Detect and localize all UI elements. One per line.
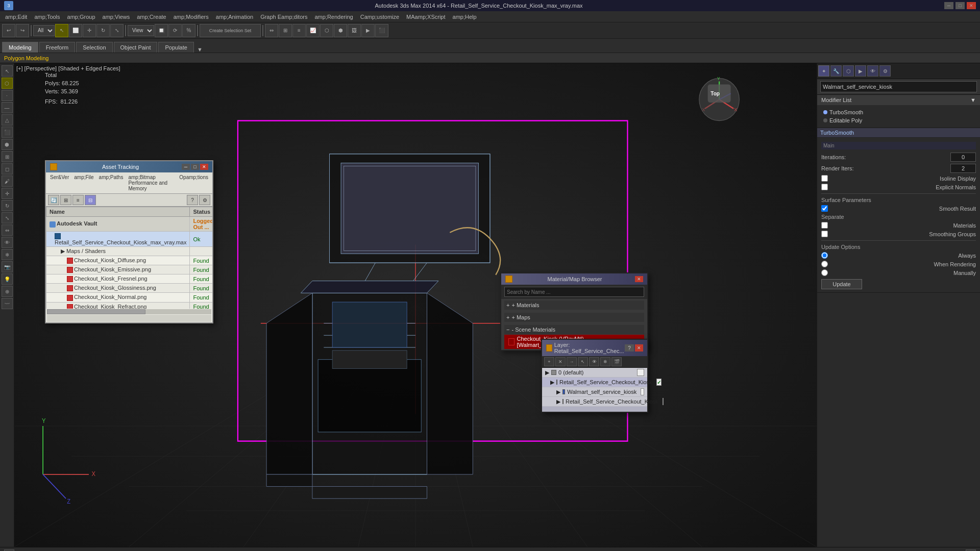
asset-hscroll[interactable] bbox=[47, 309, 211, 314]
scale-tool[interactable]: ⤡ bbox=[110, 24, 124, 37]
table-row[interactable]: Checkout_Kiosk_Refract.png Found bbox=[46, 302, 213, 309]
edge-tool[interactable]: — bbox=[2, 102, 13, 113]
asset-menu-paths[interactable]: amp;Paths bbox=[97, 173, 126, 192]
redo-tool[interactable]: ↪ bbox=[16, 24, 29, 37]
table-row[interactable]: Checkout_Kiosk_Normal.png Found bbox=[46, 293, 213, 302]
spacewarp-tool[interactable]: 〰 bbox=[2, 298, 13, 309]
update-button[interactable]: Update bbox=[821, 279, 862, 289]
unwrap-tool[interactable]: ◻ bbox=[2, 163, 13, 174]
tab-populate[interactable]: Populate bbox=[158, 42, 193, 53]
minimize-button[interactable]: ─ bbox=[944, 2, 953, 9]
quick-render[interactable]: ▶ bbox=[361, 24, 375, 37]
camera-tool[interactable]: 📷 bbox=[2, 261, 13, 272]
menu-item-animation[interactable]: amp;Animation bbox=[213, 13, 256, 21]
snap-tool[interactable]: 🔲 bbox=[155, 24, 168, 37]
move-tool[interactable]: ✛ bbox=[83, 24, 96, 37]
more-tabs-icon[interactable]: ▼ bbox=[197, 46, 203, 53]
move-gizmo[interactable]: ✛ bbox=[2, 188, 13, 199]
when-rendering-radio[interactable] bbox=[821, 261, 828, 267]
geometry-tool[interactable]: ⬢ bbox=[2, 139, 13, 150]
layer-vis-2[interactable] bbox=[641, 388, 644, 395]
render-iters-input[interactable] bbox=[950, 164, 976, 173]
layer-hscroll[interactable] bbox=[542, 407, 647, 412]
subdivide-tool[interactable]: ⊞ bbox=[2, 151, 13, 162]
panel-tab-display[interactable]: 👁 bbox=[867, 65, 878, 77]
freeze-tool[interactable]: ❄ bbox=[2, 249, 13, 260]
select-region[interactable]: ⬜ bbox=[69, 24, 82, 37]
asset-close-btn[interactable]: ✕ bbox=[200, 164, 208, 170]
tab-selection[interactable]: Selection bbox=[76, 42, 112, 53]
isoline-checkbox[interactable] bbox=[821, 175, 828, 182]
asset-view-btn[interactable]: ⊞ bbox=[60, 195, 71, 205]
menu-item-group[interactable]: amp;Group bbox=[64, 13, 99, 21]
material-search-input[interactable] bbox=[504, 287, 644, 297]
view-select[interactable]: View bbox=[128, 25, 154, 36]
asset-filter-btn[interactable]: ≡ bbox=[72, 195, 84, 205]
asset-detail-btn[interactable]: ⊟ bbox=[85, 195, 96, 205]
percent-snap[interactable]: % bbox=[182, 24, 195, 37]
undo-tool[interactable]: ↩ bbox=[2, 24, 15, 37]
layer-render-btn[interactable]: 🎬 bbox=[611, 357, 622, 366]
rotate-tool[interactable]: ↻ bbox=[96, 24, 110, 37]
modifier-editablepoly[interactable]: Editable Poly bbox=[821, 116, 976, 124]
material-editor[interactable]: ⬢ bbox=[334, 24, 347, 37]
iterations-input[interactable] bbox=[950, 153, 976, 162]
layer-freeze-btn[interactable]: ❄ bbox=[600, 357, 610, 366]
hide-tool[interactable]: 👁 bbox=[2, 237, 13, 248]
smooth-result-checkbox[interactable] bbox=[821, 205, 828, 212]
asset-menu-options[interactable]: Opamp;tions bbox=[177, 173, 210, 192]
menu-item-views[interactable]: amp;Views bbox=[100, 13, 133, 21]
table-row[interactable]: Checkout_Kiosk_Diffuse.png Found bbox=[46, 256, 213, 265]
table-row[interactable]: Autodesk Vault Logged Out ... bbox=[46, 217, 213, 232]
panel-tab-create[interactable]: ✦ bbox=[818, 65, 829, 77]
helpers-tool[interactable]: ⊕ bbox=[2, 286, 13, 297]
tab-modeling[interactable]: Modeling bbox=[2, 42, 38, 53]
panel-tab-utilities[interactable]: ⚙ bbox=[879, 65, 891, 77]
menu-item-maxscript[interactable]: MAamp;XScript bbox=[403, 13, 448, 21]
materials-header[interactable]: + + Materials bbox=[504, 300, 644, 310]
asset-menu-server[interactable]: Ser&Ver bbox=[48, 173, 71, 192]
maximize-button[interactable]: □ bbox=[955, 2, 965, 9]
table-row[interactable]: Retail_Self_Service_Checkout_Kiosk_max_v… bbox=[46, 232, 213, 247]
table-row[interactable]: Checkout_Kiosk_Glossiness.png Found bbox=[46, 284, 213, 293]
face-tool[interactable]: △ bbox=[2, 114, 13, 126]
layer-add-selected-btn[interactable]: → bbox=[567, 357, 577, 366]
asset-maximize-btn[interactable]: □ bbox=[191, 164, 199, 170]
selection-filter[interactable]: All bbox=[33, 25, 55, 36]
menu-item-edit[interactable]: amp;Edit bbox=[2, 13, 30, 21]
timeline-left-btn[interactable]: ◀ bbox=[4, 549, 14, 552]
menu-item-help[interactable]: amp;Help bbox=[450, 13, 480, 21]
menu-item-modifiers[interactable]: amp;Modifiers bbox=[170, 13, 212, 21]
select-object-tool[interactable]: ↖ bbox=[2, 65, 13, 77]
asset-vscroll[interactable] bbox=[47, 315, 211, 322]
always-radio[interactable] bbox=[821, 252, 828, 259]
panel-tab-hierarchy[interactable]: ⬡ bbox=[843, 65, 854, 77]
render-frame[interactable]: ⬛ bbox=[375, 24, 388, 37]
tab-freeform[interactable]: Freeform bbox=[39, 42, 76, 53]
layer-item[interactable]: ▶ Walmart_self_service_kiosk bbox=[542, 387, 647, 397]
close-button[interactable]: ✕ bbox=[967, 2, 976, 9]
layer-close-btn[interactable]: ✕ bbox=[635, 344, 643, 352]
scene-materials-header[interactable]: − - Scene Materials bbox=[504, 325, 644, 334]
layer-vis-3[interactable] bbox=[663, 398, 664, 405]
render-setup[interactable]: 🖼 bbox=[348, 24, 361, 37]
asset-help-btn[interactable]: ? bbox=[187, 195, 198, 205]
layer-vis-0[interactable] bbox=[637, 369, 644, 376]
asset-menu-bitmap[interactable]: amp;Bitmap Performance and Memory bbox=[126, 173, 176, 192]
layer-new-btn[interactable]: + bbox=[544, 357, 554, 366]
vertex-tool[interactable]: · bbox=[2, 90, 13, 101]
panel-tab-motion[interactable]: ▶ bbox=[855, 65, 866, 77]
scale-gizmo[interactable]: ⤡ bbox=[2, 212, 13, 223]
layer-delete-btn[interactable]: ✕ bbox=[555, 357, 566, 366]
table-row[interactable]: Checkout_Kiosk_Emissive.png Found bbox=[46, 265, 213, 274]
layer-hide-btn[interactable]: 👁 bbox=[589, 357, 599, 366]
smoothing-groups-checkbox[interactable] bbox=[821, 231, 828, 237]
table-row[interactable]: ▶ Maps / Shaders bbox=[46, 247, 213, 256]
light-tool[interactable]: 💡 bbox=[2, 273, 13, 285]
layer-vis-1[interactable]: ✓ bbox=[656, 379, 662, 386]
timeline-right-btn[interactable]: ▶ bbox=[966, 549, 976, 552]
layer-item[interactable]: ▶ 0 (default) bbox=[542, 368, 647, 378]
material-close-btn[interactable]: ✕ bbox=[635, 276, 643, 282]
paint-tool[interactable]: 🖌 bbox=[2, 176, 13, 187]
col-name[interactable]: Name bbox=[46, 207, 190, 217]
